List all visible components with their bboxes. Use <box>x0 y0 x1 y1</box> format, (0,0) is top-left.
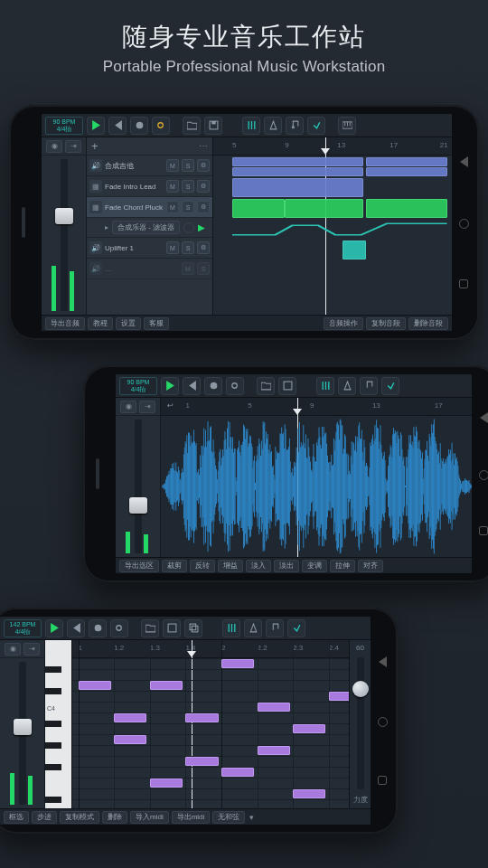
save-button[interactable] <box>278 377 296 395</box>
clip[interactable] <box>366 167 447 176</box>
save-button[interactable] <box>204 117 222 135</box>
delete-clip-button[interactable]: 删除音段 <box>408 317 448 330</box>
export-midi-button[interactable]: 导出midi <box>172 811 211 824</box>
android-recent-icon[interactable] <box>479 526 488 535</box>
metronome-button[interactable] <box>244 619 262 637</box>
mute-button[interactable]: M <box>166 241 179 254</box>
timeline-ruler[interactable]: ↩ 1 5 9 13 17 <box>161 398 472 416</box>
master-collapse[interactable]: ⇥ <box>65 140 81 153</box>
export-audio-button[interactable]: 导出音频 <box>45 317 85 330</box>
android-home-icon[interactable] <box>479 470 489 480</box>
snap-button[interactable] <box>381 377 399 395</box>
fadeout-button[interactable]: 淡出 <box>274 560 299 572</box>
track-settings-icon[interactable]: ⚙ <box>197 159 210 172</box>
delete-button[interactable]: 删除 <box>102 811 127 824</box>
play-button[interactable] <box>45 619 63 637</box>
clip[interactable] <box>285 199 363 218</box>
android-home-icon[interactable] <box>459 219 469 229</box>
track-settings-icon[interactable]: ⚙ <box>197 180 210 193</box>
support-button[interactable]: 客服 <box>144 317 169 330</box>
clip[interactable] <box>232 157 363 166</box>
track-settings-icon[interactable]: ⚙ <box>197 241 210 254</box>
solo-button[interactable]: S <box>182 241 194 254</box>
snap-button[interactable] <box>287 619 305 637</box>
velocity-fader[interactable] <box>357 657 364 789</box>
master-mute[interactable]: ◉ <box>5 643 21 656</box>
mixer-button[interactable] <box>316 377 334 395</box>
track-name[interactable]: Fade Intro Lead <box>105 183 164 191</box>
master-collapse[interactable]: ⇥ <box>23 643 40 656</box>
automation-play-icon[interactable]: ▶ <box>198 222 205 232</box>
record-button[interactable] <box>130 117 148 135</box>
android-home-icon[interactable] <box>378 717 388 727</box>
open-button[interactable] <box>141 619 159 637</box>
tempo-display[interactable]: 90 BPM4/4拍 <box>119 377 157 395</box>
android-back-icon[interactable] <box>379 656 387 667</box>
loop-button[interactable] <box>110 619 128 637</box>
rewind-button[interactable] <box>108 117 127 135</box>
midi-note[interactable] <box>293 724 325 733</box>
notes-button[interactable] <box>266 619 284 637</box>
tempo-display[interactable]: 90 BPM4/4拍 <box>45 117 83 135</box>
solo-button[interactable]: S <box>197 262 210 275</box>
rewind-button[interactable] <box>67 619 85 637</box>
mute-button[interactable]: M <box>166 180 179 193</box>
midi-note[interactable] <box>185 713 218 722</box>
copy-mode-button[interactable]: 复制模式 <box>60 811 99 824</box>
master-mute[interactable]: ◉ <box>46 140 62 153</box>
metronome-button[interactable] <box>264 117 282 135</box>
solo-button[interactable]: S <box>182 159 194 172</box>
timeline-ruler[interactable]: 5 9 13 17 21 <box>213 137 452 156</box>
gain-button[interactable]: 增益 <box>218 560 243 572</box>
play-button[interactable] <box>87 117 105 135</box>
arrangement-area[interactable]: 5 9 13 17 21 <box>213 137 452 315</box>
master-fader[interactable] <box>19 662 26 805</box>
notes-button[interactable] <box>360 377 378 395</box>
piano-keys[interactable]: C4 <box>45 640 72 808</box>
track-settings-icon[interactable]: ⚙ <box>197 201 210 213</box>
android-back-icon[interactable] <box>480 412 488 423</box>
midi-note[interactable] <box>221 659 254 668</box>
solo-button[interactable]: S <box>182 180 194 193</box>
track-name[interactable]: Uplifter 1 <box>105 244 164 252</box>
snap-button[interactable] <box>307 117 325 135</box>
rewind-button[interactable] <box>183 377 201 395</box>
reverse-button[interactable]: 反转 <box>190 560 215 572</box>
android-recent-icon[interactable] <box>378 776 387 785</box>
mute-button[interactable]: M <box>182 262 194 275</box>
midi-note[interactable] <box>114 713 146 722</box>
add-track-button[interactable]: + <box>91 139 99 153</box>
settings-button[interactable]: 设置 <box>116 317 141 330</box>
midi-note[interactable] <box>258 746 290 755</box>
loop-button[interactable] <box>152 117 170 135</box>
midi-note[interactable] <box>293 789 325 798</box>
clip[interactable] <box>366 157 447 166</box>
master-fader[interactable] <box>135 420 142 553</box>
automation-param[interactable]: 合成乐器 - 滤波器 <box>112 221 180 234</box>
copy-button[interactable] <box>184 619 202 637</box>
marquee-button[interactable]: 框选 <box>4 811 29 824</box>
midi-note[interactable] <box>79 681 111 690</box>
master-collapse[interactable]: ⇥ <box>139 401 155 413</box>
midi-note[interactable] <box>221 768 254 777</box>
import-midi-button[interactable]: 导入midi <box>130 811 169 824</box>
play-button[interactable] <box>161 377 179 395</box>
clip[interactable] <box>232 167 363 176</box>
stretch-button[interactable]: 拉伸 <box>330 560 355 572</box>
track-menu-icon[interactable]: ⋯ <box>199 141 208 151</box>
midi-note[interactable] <box>150 778 183 788</box>
keyboard-button[interactable] <box>338 117 356 135</box>
clip[interactable] <box>366 199 447 218</box>
mute-button[interactable]: M <box>166 201 179 213</box>
record-button[interactable] <box>89 619 107 637</box>
midi-note[interactable] <box>185 757 218 766</box>
master-fader[interactable] <box>61 159 68 311</box>
automation-toggle[interactable] <box>183 222 194 233</box>
track-name[interactable]: 合成吉他 <box>105 161 164 171</box>
metronome-button[interactable] <box>338 377 356 395</box>
notes-button[interactable] <box>286 117 304 135</box>
mixer-button[interactable] <box>222 619 240 637</box>
open-button[interactable] <box>257 377 275 395</box>
copy-clip-button[interactable]: 复制音段 <box>366 317 406 330</box>
audio-ops-button[interactable]: 音频操作 <box>324 317 363 330</box>
